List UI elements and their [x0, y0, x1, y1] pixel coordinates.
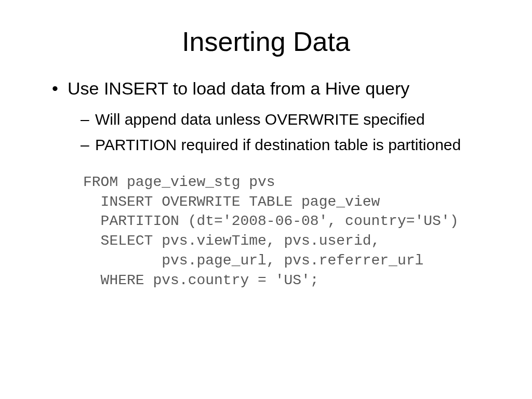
slide-title: Inserting Data — [26, 26, 506, 57]
code-line-6: WHERE pvs.country = 'US'; — [83, 272, 319, 288]
code-line-4: SELECT pvs.viewTime, pvs.userid, — [83, 233, 380, 249]
code-line-3: PARTITION (dt='2008-06-08', country='US'… — [83, 213, 459, 229]
bullet-sub-1-text: Will append data unless OVERWRITE specif… — [95, 111, 425, 128]
bullet-sub-1: Will append data unless OVERWRITE specif… — [81, 110, 506, 129]
code-line-5: pvs.page_url, pvs.referrer_url — [83, 252, 423, 269]
bullet-main-text: Use INSERT to load data from a Hive quer… — [68, 78, 409, 98]
bullet-sub-2: PARTITION required if destination table … — [81, 135, 506, 155]
code-line-1: FROM page_view_stg pvs — [83, 174, 275, 190]
code-line-2: INSERT OVERWRITE TABLE page_view — [83, 194, 380, 210]
slide-container: Inserting Data Use INSERT to load data f… — [0, 0, 532, 399]
bullet-main: Use INSERT to load data from a Hive quer… — [52, 78, 506, 99]
bullet-sub-2-text: PARTITION required if destination table … — [95, 136, 461, 153]
code-block: FROM page_view_stg pvs INSERT OVERWRITE … — [83, 172, 506, 290]
